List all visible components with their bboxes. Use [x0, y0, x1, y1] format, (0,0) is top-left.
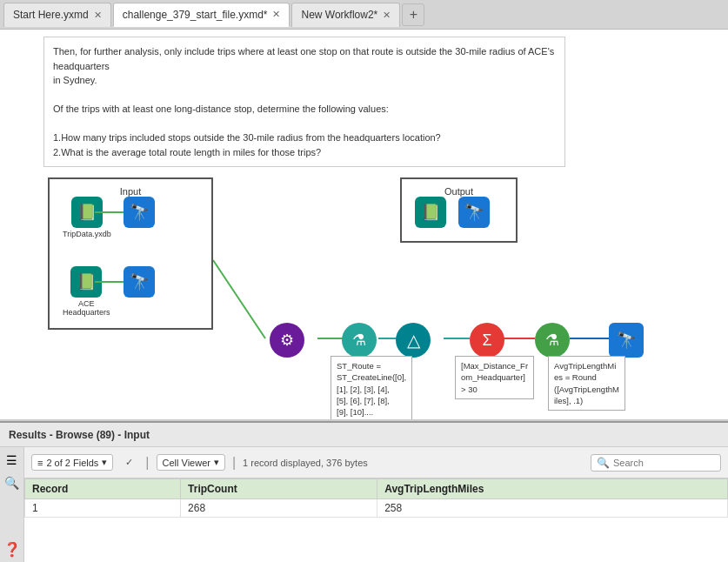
formula-node-2[interactable]: ⚗ — [535, 323, 570, 358]
results-table: Record TripCount AvgTripLengthMiles 1 26… — [24, 478, 728, 518]
cell-avgtripmiles: 258 — [377, 499, 728, 518]
confirm-fields-button[interactable]: ✓ — [120, 455, 138, 470]
canvas-area: Then, for further analysis, only include… — [0, 30, 728, 421]
trip-data-label: TripData.yxdb — [63, 230, 111, 238]
search-icon: 🔍 — [597, 457, 610, 469]
output-workflow-box: Output 📗 🔭 — [400, 177, 518, 243]
tab-bar: Start Here.yxmd ✕ challenge_379_start_fi… — [0, 0, 728, 30]
fields-chevron-icon: ▾ — [102, 457, 107, 468]
formula-node-1[interactable]: ⚗ — [342, 323, 377, 358]
filter-annotation: [Max_Distance_Fr om_Headquarter] > 30 — [455, 356, 534, 399]
results-panel: Results - Browse (89) - Input ☰ 🔍 ❓ ≡ 2 … — [0, 421, 728, 562]
canvas-text-content: Then, for further analysis, only include… — [53, 46, 554, 157]
tab-close-start[interactable]: ✕ — [94, 10, 102, 21]
book-node-output[interactable]: 📗 — [415, 197, 446, 228]
browse-output-container: 🔭 — [609, 323, 644, 358]
formula-annotation-1-text: ST_Route = ST_CreateLine([0], [1], [2], … — [337, 361, 406, 417]
cell-record: 1 — [25, 499, 181, 518]
fields-icon: ≡ — [37, 458, 43, 468]
search-input[interactable] — [613, 458, 718, 468]
results-left-sidebar: ☰ 🔍 ❓ — [0, 447, 24, 562]
book-node-1[interactable]: 📗 — [71, 197, 103, 228]
spatial-node-container: △ — [396, 323, 431, 358]
svg-line-2 — [213, 260, 265, 338]
formula-annotation-1: ST_Route = ST_CreateLine([0], [1], [2], … — [331, 356, 412, 421]
results-table-wrap: Record TripCount AvgTripLengthMiles 1 26… — [24, 478, 728, 562]
results-list-icon[interactable]: ☰ — [3, 451, 22, 470]
results-info-icon[interactable]: ❓ — [3, 539, 22, 559]
col-header-tripcount: TripCount — [181, 479, 377, 499]
cell-tripcount: 268 — [181, 499, 377, 518]
output-box-label: Output — [409, 186, 509, 197]
gear-node-container: ⚙ — [270, 323, 304, 358]
toolbar-divider-2: | — [232, 455, 236, 471]
add-tab-button[interactable]: + — [402, 3, 424, 26]
table-row: 1 268 258 — [25, 499, 728, 518]
formula-node-2-container: ⚗ — [535, 323, 570, 358]
cell-viewer-chevron: ▾ — [214, 457, 219, 468]
tab-label-start: Start Here.yxmd — [13, 9, 89, 21]
col-header-avgtripmiles: AvgTripLengthMiles — [377, 479, 728, 499]
fields-dropdown-button[interactable]: ≡ 2 of 2 Fields ▾ — [31, 454, 113, 471]
results-title: Results - Browse (89) - Input — [9, 429, 150, 441]
record-info-text: 1 record displayed, 376 bytes — [243, 458, 368, 468]
results-magnify-icon[interactable]: 🔍 — [3, 473, 22, 492]
checkmark-icon: ✓ — [125, 457, 133, 468]
tab-challenge[interactable]: challenge_379_start_file.yxmd* ✕ — [113, 3, 291, 27]
fields-label: 2 of 2 Fields — [46, 458, 98, 468]
gear-node[interactable]: ⚙ — [270, 323, 304, 358]
results-toolbar: ≡ 2 of 2 Fields ▾ ✓ | Cell Viewer ▾ | — [24, 447, 728, 478]
summarize-node-container: Σ — [470, 323, 504, 358]
binoculars-node-2[interactable]: 🔭 — [124, 266, 155, 298]
summarize-node[interactable]: Σ — [470, 323, 504, 358]
results-header: Results - Browse (89) - Input — [0, 423, 728, 447]
tab-new-workflow[interactable]: New Workflow2* ✕ — [291, 3, 400, 27]
col-header-record: Record — [25, 479, 181, 499]
tab-label-new: New Workflow2* — [301, 9, 377, 21]
binoculars-node-1[interactable]: 🔭 — [124, 197, 155, 228]
tab-close-new[interactable]: ✕ — [383, 10, 391, 21]
formula-node-1-container: ⚗ — [342, 323, 377, 358]
search-box[interactable]: 🔍 — [591, 454, 721, 472]
binoculars-node-output-inner[interactable]: 🔭 — [458, 197, 490, 228]
tab-start-here[interactable]: Start Here.yxmd ✕ — [3, 3, 111, 27]
input-workflow-box: Input 📗 TripData.yxdb 🔭 📗 ACEHeadquarter… — [48, 177, 213, 330]
ace-hq-label: ACEHeadquarters — [63, 299, 110, 317]
toolbar-divider-1: | — [145, 455, 149, 471]
tab-close-challenge[interactable]: ✕ — [272, 9, 280, 20]
input-box-label: Input — [57, 186, 204, 197]
book-node-2[interactable]: 📗 — [70, 266, 102, 298]
filter-annotation-text: [Max_Distance_Fr om_Headquarter] > 30 — [461, 361, 528, 394]
table-header-row: Record TripCount AvgTripLengthMiles — [25, 479, 728, 499]
formula-annotation-2: AvgTripLengthMi es = Round ([AvgTripLeng… — [548, 356, 625, 411]
browse-output-node[interactable]: 🔭 — [609, 323, 644, 358]
tab-label-challenge: challenge_379_start_file.yxmd* — [123, 9, 268, 21]
spatial-node[interactable]: △ — [396, 323, 431, 358]
formula-annotation-2-text: AvgTripLengthMi es = Round ([AvgTripLeng… — [554, 361, 619, 405]
cell-viewer-label: Cell Viewer — [163, 458, 210, 468]
canvas-text-block: Then, for further analysis, only include… — [43, 37, 565, 167]
cell-viewer-button[interactable]: Cell Viewer ▾ — [157, 454, 225, 471]
